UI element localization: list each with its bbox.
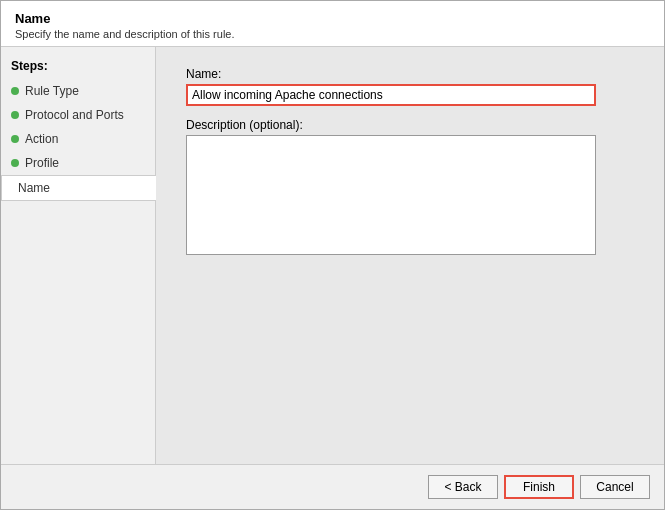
sidebar: Steps: Rule Type Protocol and Ports Acti…: [1, 47, 156, 464]
sidebar-item-action[interactable]: Action: [1, 127, 155, 151]
back-button[interactable]: < Back: [428, 475, 498, 499]
name-input[interactable]: [186, 84, 596, 106]
sidebar-item-label: Rule Type: [25, 84, 79, 98]
form-section: Name: Description (optional):: [186, 67, 634, 258]
sidebar-item-label: Profile: [25, 156, 59, 170]
step-dot-profile: [11, 159, 19, 167]
dialog-footer: < Back Finish Cancel: [1, 464, 664, 509]
desc-label: Description (optional):: [186, 118, 634, 132]
main-content: Name: Description (optional):: [156, 47, 664, 464]
description-textarea[interactable]: [186, 135, 596, 255]
sidebar-item-protocol-ports[interactable]: Protocol and Ports: [1, 103, 155, 127]
sidebar-item-name[interactable]: Name: [1, 175, 156, 201]
sidebar-item-label: Name: [18, 181, 50, 195]
cancel-button[interactable]: Cancel: [580, 475, 650, 499]
step-dot-protocol-ports: [11, 111, 19, 119]
sidebar-item-profile[interactable]: Profile: [1, 151, 155, 175]
steps-label: Steps:: [1, 55, 155, 79]
page-title: Name: [15, 11, 650, 26]
sidebar-item-label: Protocol and Ports: [25, 108, 124, 122]
finish-button[interactable]: Finish: [504, 475, 574, 499]
page-subtitle: Specify the name and description of this…: [15, 28, 650, 40]
sidebar-item-label: Action: [25, 132, 58, 146]
dialog-body: Steps: Rule Type Protocol and Ports Acti…: [1, 47, 664, 464]
step-dot-action: [11, 135, 19, 143]
name-label: Name:: [186, 67, 634, 81]
step-dot-rule-type: [11, 87, 19, 95]
dialog-window: Name Specify the name and description of…: [0, 0, 665, 510]
dialog-header: Name Specify the name and description of…: [1, 1, 664, 46]
sidebar-item-rule-type[interactable]: Rule Type: [1, 79, 155, 103]
